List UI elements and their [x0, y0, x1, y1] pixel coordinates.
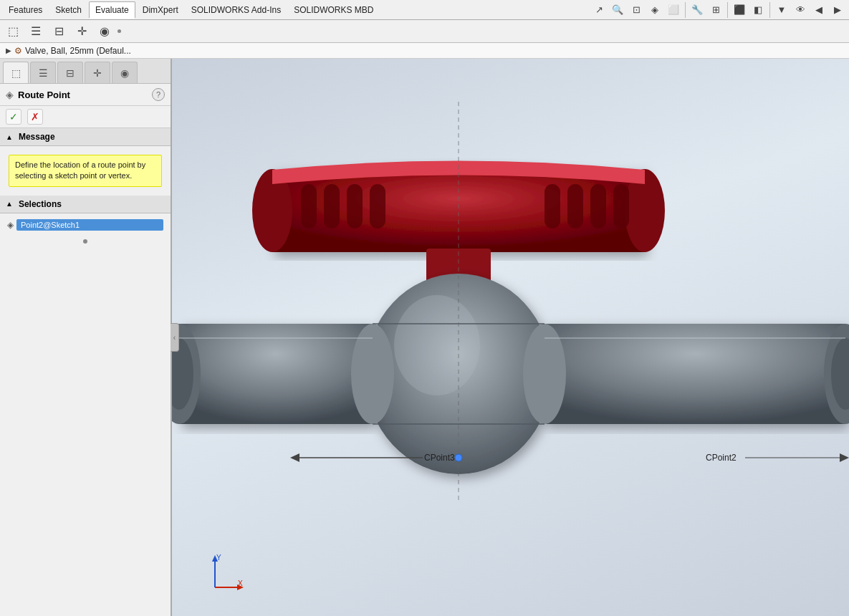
svg-rect-7 [370, 184, 385, 228]
selections-chevron: ▲ [6, 200, 13, 208]
menu-evaluate[interactable]: Evaluate [89, 1, 135, 19]
layers-btn[interactable]: ◧ [749, 1, 767, 19]
svg-rect-11 [613, 184, 629, 228]
svg-rect-9 [567, 184, 583, 228]
tab-btn-4[interactable]: ✛ [72, 22, 92, 41]
tab-btn-1[interactable]: ⬚ [3, 22, 23, 41]
expand-btn[interactable]: ▼ [773, 1, 790, 19]
right-nav-btn[interactable]: ▶ [829, 1, 846, 19]
sep1 [685, 2, 686, 18]
menu-mbd[interactable]: SOLIDWORKS MBD [288, 2, 379, 18]
display-mode-btn[interactable]: ⬜ [665, 1, 682, 19]
svg-text:Y: Y [216, 554, 221, 562]
message-section-header[interactable]: ▲ Message [0, 128, 171, 146]
model-svg: CPoint3 CPoint2 [172, 59, 849, 616]
dot-mid [83, 239, 87, 244]
svg-marker-33 [840, 453, 849, 462]
pan-btn[interactable]: ⊡ [628, 1, 645, 19]
svg-text:X: X [238, 579, 243, 587]
title-bar: ▶ ⚙ Valve, Ball, 25mm (Defaul... [0, 43, 849, 59]
cpoint2-annotation: CPoint2 [706, 453, 849, 463]
action-row: ✓ ✗ [0, 106, 171, 128]
svg-point-17 [351, 324, 394, 424]
svg-rect-4 [301, 184, 317, 228]
cmd-tab-3[interactable]: ⊟ [57, 62, 83, 83]
selection-item-0: ◈ Point2@Sketch1 [4, 218, 166, 232]
svg-text:CPoint3: CPoint3 [424, 453, 455, 463]
svg-point-15 [394, 295, 480, 395]
dot-indicator-mid [0, 236, 171, 246]
svg-text:CPoint2: CPoint2 [706, 453, 737, 463]
expand-arrow[interactable]: ▶ [6, 47, 11, 54]
ok-button[interactable]: ✓ [6, 109, 21, 125]
zoom-btn[interactable]: 🔍 [609, 1, 626, 19]
help-button[interactable]: ? [152, 88, 165, 101]
menu-bar: Features Sketch Evaluate DimXpert SOLIDW… [0, 0, 849, 20]
cmd-tab-4[interactable]: ✛ [85, 62, 110, 83]
svg-rect-6 [347, 184, 363, 228]
tools-btn[interactable]: 🔧 [689, 1, 706, 19]
left-panel: ⬚ ☰ ⊟ ✛ ◉ ◈ Route Point ? ✓ ✗ ▲ Message … [0, 59, 172, 616]
viewport[interactable]: CPoint3 CPoint2 Y X [172, 59, 849, 616]
part-icon: ⚙ [14, 46, 22, 56]
tab-btn-2[interactable]: ☰ [26, 22, 46, 41]
panel-header: ◈ Route Point ? [0, 84, 171, 106]
cpoint3-annotation: CPoint3 [290, 453, 455, 463]
svg-rect-5 [324, 184, 340, 228]
menu-dimxpert[interactable]: DimXpert [137, 2, 184, 18]
tab-btn-3[interactable]: ⊟ [49, 22, 69, 41]
menu-addins[interactable]: SOLIDWORKS Add-Ins [186, 2, 287, 18]
menu-sketch[interactable]: Sketch [49, 2, 87, 18]
message-section-content: Define the location of a route point by … [0, 146, 171, 196]
coordinate-triad: Y X [201, 552, 244, 595]
selections-label: Selections [19, 199, 62, 209]
selection-point-icon: ◈ [7, 220, 14, 230]
svg-point-20 [523, 324, 566, 424]
cmd-tab-5[interactable]: ◉ [112, 62, 138, 83]
selections-section-header[interactable]: ▲ Selections [0, 196, 171, 213]
menu-features[interactable]: Features [3, 2, 48, 18]
message-label: Message [19, 132, 55, 142]
dot-indicator-top [117, 29, 121, 33]
svg-marker-30 [290, 453, 299, 462]
message-chevron: ▲ [6, 133, 13, 141]
cmd-tab-2[interactable]: ☰ [30, 62, 56, 83]
part-title: Valve, Ball, 25mm (Defaul... [25, 46, 131, 56]
sep2 [727, 2, 728, 18]
route-point-icon: ◈ [6, 89, 14, 100]
sep3 [769, 2, 770, 18]
message-text: Define the location of a route point by … [9, 155, 162, 187]
eye-btn[interactable]: 👁 [792, 1, 809, 19]
tab-btn-5[interactable]: ◉ [95, 22, 115, 41]
svg-rect-8 [545, 184, 560, 228]
view-orient-btn[interactable]: ◈ [646, 1, 663, 19]
svg-rect-10 [590, 184, 606, 228]
view-btn[interactable]: ⊞ [707, 1, 724, 19]
main-layout: ⬚ ☰ ⊟ ✛ ◉ ◈ Route Point ? ✓ ✗ ▲ Message … [0, 59, 849, 616]
selections-section-content: ◈ Point2@Sketch1 [0, 213, 171, 236]
rotate-view-btn[interactable]: ↗ [590, 1, 608, 19]
secondary-toolbar: ⬚ ☰ ⊟ ✛ ◉ [0, 20, 849, 43]
selection-value-0[interactable]: Point2@Sketch1 [16, 219, 163, 231]
cmd-tab-route[interactable]: ⬚ [3, 62, 29, 83]
command-tabs: ⬚ ☰ ⊟ ✛ ◉ [0, 59, 171, 84]
left-nav-btn[interactable]: ◀ [810, 1, 828, 19]
cancel-button[interactable]: ✗ [27, 109, 43, 125]
screen-btn[interactable]: ⬛ [731, 1, 748, 19]
center-point-dot [455, 454, 462, 461]
collapse-handle[interactable]: ‹ [171, 323, 179, 352]
panel-title: Route Point [18, 90, 148, 100]
